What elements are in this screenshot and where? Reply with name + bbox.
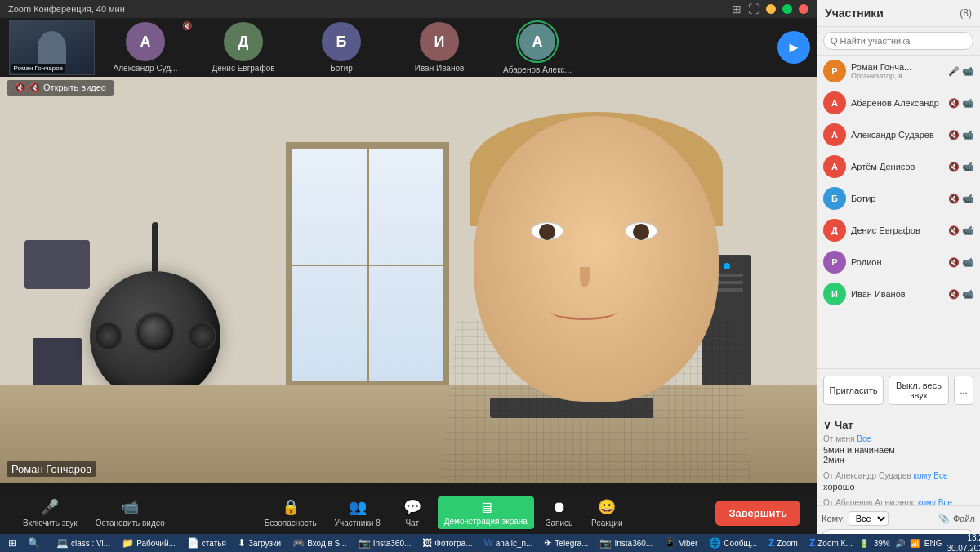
taskbar-item-insta360[interactable]: 📷 Insta360... xyxy=(354,536,416,550)
reactions-label: Реакции xyxy=(591,519,623,528)
participant-item-0[interactable]: Р Роман Гонча... Организатор, я 🎤📹 xyxy=(817,56,980,87)
360-camera xyxy=(82,222,229,385)
video-control[interactable]: 📹 Остановить видео xyxy=(89,495,172,531)
strip-participant-3[interactable]: Б Ботир xyxy=(292,19,390,76)
chat-section: ∨ Чат xyxy=(817,412,980,434)
chat-section-label: Чат xyxy=(835,419,853,431)
mute-all-button[interactable]: Выкл. весь звук xyxy=(889,376,949,405)
chat-recipient-select[interactable]: Все xyxy=(849,511,889,526)
video-icon: 📹 xyxy=(121,498,139,516)
title-bar: Zoom Конференция, 40 мин ⊞ ⛶ xyxy=(0,0,817,18)
rp-search-area[interactable] xyxy=(817,27,980,56)
strip-participant-5[interactable]: А Абаренов Алекс... xyxy=(488,19,586,76)
taskbar-item-viber[interactable]: 📱 Viber xyxy=(659,536,702,550)
close-button[interactable] xyxy=(799,4,808,14)
self-video-thumb[interactable]: Роман Гончаров xyxy=(7,19,96,76)
taskbar-item-messages[interactable]: 🌐 Сообщ... xyxy=(704,536,762,550)
equipment-1 xyxy=(24,240,90,289)
taskbar: ⊞ 🔍 💻 class : Vi... 📁 Рабочий... 📄 стать… xyxy=(0,534,980,552)
maximize-icon[interactable]: ⛶ xyxy=(748,2,760,16)
chat-message-0: От меня Все 5мин и начинаем2мин xyxy=(823,434,973,465)
participant-item-6[interactable]: Р Родион 🔇📹 xyxy=(817,247,980,278)
rp-count: (8) xyxy=(960,7,972,19)
lang-indicator: ENG xyxy=(924,539,942,548)
strip-participant-2[interactable]: Д Денис Евграфов xyxy=(194,19,292,76)
start-button[interactable]: ⊞ xyxy=(3,536,21,550)
strip-participant-1[interactable]: А Александр Суд... 🔇 xyxy=(96,19,194,76)
taskbar-item-zoom[interactable]: Z Zoom xyxy=(764,536,803,550)
security-button[interactable]: 🔒 Безопасность xyxy=(258,495,323,531)
main-video-area: Роман Гончаров xyxy=(0,77,817,483)
participant-search-input[interactable] xyxy=(823,32,973,50)
participant-item-5[interactable]: Д Денис Евграфов 🔇📹 xyxy=(817,215,980,247)
mute-icon-1: 🔇 xyxy=(182,21,192,30)
volume-icon: 🔊 xyxy=(895,539,905,548)
screen-share-icon: 🖥 xyxy=(479,500,493,517)
rp-action-buttons: Пригласить Выкл. весь звук ... xyxy=(817,368,980,412)
participants-icon: 👥 xyxy=(349,498,367,516)
mic-control[interactable]: 🎤 Включить звук xyxy=(16,495,84,531)
chat-icon: 💬 xyxy=(403,498,421,516)
mic-status-button[interactable]: 🔇 🔇 Открыть видео xyxy=(7,80,114,96)
self-name-label: Роман Гончаров xyxy=(11,64,65,73)
participants-label: Участники 8 xyxy=(335,519,381,528)
screen-share-label: Демонстрация экрана xyxy=(444,517,528,526)
active-speaker-indicator: ► xyxy=(777,31,810,64)
network-icon: 📶 xyxy=(910,539,920,548)
video-label: Остановить видео xyxy=(96,519,165,528)
reactions-button[interactable]: 😀 Реакции xyxy=(585,495,630,531)
record-label: Запись xyxy=(546,519,573,528)
participant-item-1[interactable]: А Абаренов Александр 🔇📹 xyxy=(817,87,980,119)
battery-level: 39% xyxy=(874,539,890,548)
minimize-button[interactable] xyxy=(766,4,776,14)
taskbar-item-photos[interactable]: 🖼 Фотогра... xyxy=(417,536,477,550)
mic-label: Включить звук xyxy=(23,519,78,528)
reactions-icon: 😀 xyxy=(598,498,616,516)
security-icon: 🔒 xyxy=(282,498,300,516)
participants-button[interactable]: 👥 Участники 8 xyxy=(328,495,387,531)
chat-button[interactable]: 💬 Чат xyxy=(392,495,433,531)
taskbar-item-class[interactable]: 💻 class : Vi... xyxy=(51,536,115,550)
chat-collapse-icon: ∨ xyxy=(823,419,831,431)
mic-icon: 🔇 xyxy=(15,82,26,93)
taskbar-item-word[interactable]: W analiс_n... xyxy=(479,536,537,550)
main-presenter-name: Роман Гончаров xyxy=(7,461,96,477)
taskbar-item-downloads[interactable]: ⬇ Загрузки xyxy=(233,536,286,550)
invite-button[interactable]: Пригласить xyxy=(823,376,884,405)
presenter-video xyxy=(400,91,792,483)
participant-item-3[interactable]: А Артём Денисов 🔇📹 xyxy=(817,151,980,183)
windows-icon: ⊞ xyxy=(8,537,16,549)
maximize-button[interactable] xyxy=(782,4,792,14)
right-panel: Участники (8) Р Роман Гонча... Организат… xyxy=(817,0,980,552)
participant-item-2[interactable]: А Александр Сударев 🔇📹 xyxy=(817,119,980,151)
screen-share-button[interactable]: 🖥 Демонстрация экрана xyxy=(438,496,534,529)
taskbar-item-steam[interactable]: 🎮 Вход в S... xyxy=(287,536,352,550)
file-attach-label: 📎 xyxy=(938,514,950,524)
record-icon: ⏺ xyxy=(552,499,567,516)
taskbar-item-zoom-conf[interactable]: Z Zoom К... xyxy=(804,536,858,550)
battery-icon: 🔋 xyxy=(859,539,869,548)
more-options-button[interactable]: ... xyxy=(954,376,973,405)
taskbar-item-article[interactable]: 📄 статья xyxy=(182,536,231,550)
rp-header: Участники (8) xyxy=(817,0,980,27)
participants-strip: Роман Гончаров А Александр Суд... 🔇 Д Де… xyxy=(0,18,817,77)
search-icon: 🔍 xyxy=(28,537,40,549)
record-button[interactable]: ⏺ Запись xyxy=(539,496,580,531)
participant-item-4[interactable]: Б Ботир 🔇📹 xyxy=(817,183,980,215)
file-label: Файл xyxy=(953,514,975,523)
time-display: 13:28 30.07.2020 xyxy=(947,532,980,552)
strip-participant-4[interactable]: И Иван Иванов xyxy=(390,19,488,76)
grid-icon[interactable]: ⊞ xyxy=(732,2,742,16)
participants-list: Р Роман Гонча... Организатор, я 🎤📹 А Аба… xyxy=(817,56,980,368)
taskbar-item-insta360-2[interactable]: 📷 Insta360... xyxy=(595,536,657,550)
search-button[interactable]: 🔍 xyxy=(23,536,45,550)
taskbar-item-telegram[interactable]: ✈ Telegra... xyxy=(539,536,593,550)
taskbar-item-desktop[interactable]: 📁 Рабочий... xyxy=(117,536,180,550)
chat-message-1: От Александр Сударев кому Все хорошо xyxy=(823,471,973,492)
chat-to-label: Кому: xyxy=(822,514,845,523)
participant-item-7[interactable]: И Иван Иванов 🔇📹 xyxy=(817,278,980,310)
controls-bar: 🎤 Включить звук 📹 Остановить видео 🔒 Без… xyxy=(0,492,817,534)
chat-toggle[interactable]: ∨ Чат xyxy=(823,419,973,431)
end-meeting-button[interactable]: Завершить xyxy=(715,501,800,526)
chat-label: Чат xyxy=(405,519,419,528)
